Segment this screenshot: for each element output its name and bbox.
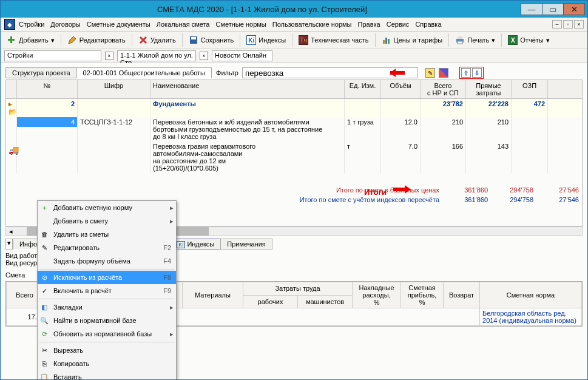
ctx-include[interactable]: ✓Включить в расчётF9	[38, 284, 176, 297]
menu-servis[interactable]: Сервис	[387, 21, 410, 28]
totals-base-direct: 294'758	[491, 186, 536, 194]
col-prib[interactable]: Сметная прибыль, %	[401, 282, 444, 308]
svg-rect-12	[458, 41, 462, 44]
tab-indexes[interactable]: KiИндексы	[170, 239, 221, 249]
tab-doc[interactable]: 02-001-001 Общестроительные работы	[76, 67, 212, 78]
tech-label: Техническая часть	[311, 36, 368, 44]
annotation-arrow	[385, 67, 410, 78]
col-vol[interactable]: Объём	[381, 80, 421, 98]
mdi-close[interactable]: ×	[574, 20, 584, 29]
ctx-exclude[interactable]: ⊘Исключить из расчётаF8	[38, 271, 176, 284]
col-mash[interactable]: машинистов	[298, 295, 353, 308]
col-mat[interactable]: Материалы	[183, 282, 243, 308]
col-vozv[interactable]: Возврат	[444, 282, 480, 308]
ctx-bookmarks[interactable]: ◧Закладки▸	[38, 300, 176, 314]
indexes-button[interactable]: Ki Индексы	[244, 34, 288, 46]
delete-button[interactable]: Удалить	[136, 34, 178, 46]
svg-rect-11	[458, 36, 462, 39]
menu-smetnye-dokumenty[interactable]: Сметные документы	[87, 21, 150, 28]
bc-close-icon[interactable]: ×	[200, 52, 208, 60]
row-unit: т	[345, 141, 381, 173]
row-vol: 12.0	[381, 117, 421, 141]
close-button[interactable]: ✕	[563, 3, 585, 15]
breadcrumb-news[interactable]: Новости Онлайн	[212, 50, 272, 61]
cell-norma: Белгородская область ред. 2014 (индивиду…	[480, 308, 582, 326]
minimize-button[interactable]: —	[521, 3, 542, 15]
group-ozp: 472	[512, 99, 548, 117]
ctx-delete[interactable]: 🗑Удалить из сметы	[38, 228, 176, 241]
panel-collapse-icon[interactable]: ▾	[5, 239, 13, 249]
row-direct: 143	[466, 141, 512, 173]
ctx-cut[interactable]: ✂Вырезать	[38, 344, 176, 357]
truck-icon: 🚚	[6, 141, 17, 173]
printer-icon	[455, 35, 465, 45]
prices-button[interactable]: Цены и тарифы	[379, 34, 445, 46]
indexes-label: Индексы	[259, 36, 286, 44]
breadcrumb-stroyki[interactable]: Стройки	[4, 50, 101, 61]
svg-marker-2	[69, 36, 76, 44]
filter-color-icon[interactable]	[439, 68, 448, 78]
menu-polzovatelskie-normy[interactable]: Пользовательские нормы	[272, 21, 352, 28]
tech-button[interactable]: Тч Техническая часть	[296, 34, 371, 46]
reports-button[interactable]: X Отчёты▾	[505, 34, 552, 46]
menu-spravka[interactable]: Справка	[415, 21, 441, 28]
ctx-add-smeta[interactable]: Добавить в смету▸	[38, 214, 176, 228]
row-name: Перевозка бетонных и ж/б изделий автомоб…	[150, 117, 345, 141]
tab-doc-label: 02-001-001 Общестроительные работы	[83, 69, 205, 76]
col-unit[interactable]: Ед. Изм.	[345, 80, 381, 98]
ctx-formula[interactable]: Задать формулу объёмаF4	[38, 254, 176, 268]
menu-smetnye-normy[interactable]: Сметные нормы	[216, 21, 266, 28]
doc-tabs: Структура проекта 02-001-001 Общестроите…	[5, 67, 583, 79]
col-total[interactable]: Всего с НР и СП	[421, 80, 466, 98]
mdi-minimize[interactable]: –	[552, 20, 562, 29]
tab-notes[interactable]: Примечания	[220, 239, 272, 249]
col-nak[interactable]: Накладные расходы, %	[353, 282, 401, 308]
breadcrumb-object[interactable]: 1-1-1 Жилой дом по ул. Стр	[117, 50, 196, 61]
group-total: 23'782	[421, 99, 466, 117]
maximize-button[interactable]: ▭	[542, 3, 564, 15]
nav-up-button[interactable]: ⇧	[461, 68, 471, 78]
search-icon: 🔍	[39, 316, 50, 325]
filter-clear-icon[interactable]: ✎	[425, 68, 435, 78]
dropdown-icon: ▾	[546, 36, 550, 44]
edit-button[interactable]: Редактировать	[65, 34, 128, 46]
totals-base-total: 361'860	[445, 186, 491, 194]
row-total: 166	[421, 141, 466, 173]
table-row[interactable]: 🚚 Перевозка гравия керамзитового автомоб…	[6, 141, 582, 173]
col-ozp[interactable]: ОЗП	[512, 80, 548, 98]
print-button[interactable]: Печать▾	[453, 34, 498, 46]
menu-lokalnaya-smeta[interactable]: Локальная смета	[157, 21, 210, 28]
col-zatr[interactable]: Затраты труда	[243, 282, 353, 296]
menu-dogovory[interactable]: Договоры	[50, 21, 80, 28]
ctx-add-norm[interactable]: ＋Добавить сметную норму▸	[38, 201, 176, 214]
col-norm[interactable]: Сметная норма	[480, 282, 582, 308]
col-rab[interactable]: рабочих	[243, 295, 298, 308]
scissors-icon: ✂	[39, 345, 50, 355]
nav-down-button[interactable]: ⇩	[472, 68, 482, 78]
tab-structure[interactable]: Структура проекта	[5, 67, 77, 78]
col-direct[interactable]: Прямые затраты	[466, 80, 512, 98]
pencil-icon: ✎	[39, 243, 50, 253]
ki-icon: Ki	[246, 35, 256, 45]
col-num[interactable]: №	[17, 80, 78, 98]
col-cipher[interactable]: Шифр	[78, 80, 150, 98]
table-row[interactable]: 4 ТССЦПГ3-1-1-12 Перевозка бетонных и ж/…	[6, 117, 582, 141]
mdi-restore[interactable]: ▫	[563, 20, 573, 29]
group-row[interactable]: ▸📂 2 Фундаменты 23'782 22'228 472	[6, 99, 582, 117]
save-button[interactable]: Сохранить	[186, 34, 237, 46]
ctx-find[interactable]: 🔍Найти в нормативной базе	[38, 314, 176, 327]
ctx-copy[interactable]: ⎘Копировать	[38, 357, 176, 370]
menu-stroyki[interactable]: Стройки	[19, 21, 44, 28]
totals-idx-total: 361'860	[445, 196, 491, 203]
ctx-paste[interactable]: 📋Вставить	[38, 370, 176, 379]
col-name[interactable]: Наименование	[150, 80, 345, 98]
menu-pravka[interactable]: Правка	[358, 21, 380, 28]
row-name: Перевозка гравия керамзитового автомобил…	[150, 141, 345, 173]
ctx-refresh[interactable]: ⟳Обновить из нормативной базы▸	[38, 327, 176, 341]
prices-label: Цены и тарифы	[394, 36, 443, 44]
bc-close-icon[interactable]: ×	[105, 52, 113, 60]
add-button[interactable]: Добавить▾	[4, 34, 57, 46]
ki-icon: Ki	[177, 241, 185, 248]
ctx-edit[interactable]: ✎РедактироватьF2	[38, 241, 176, 254]
row-unit: 1 т груза	[345, 117, 381, 141]
